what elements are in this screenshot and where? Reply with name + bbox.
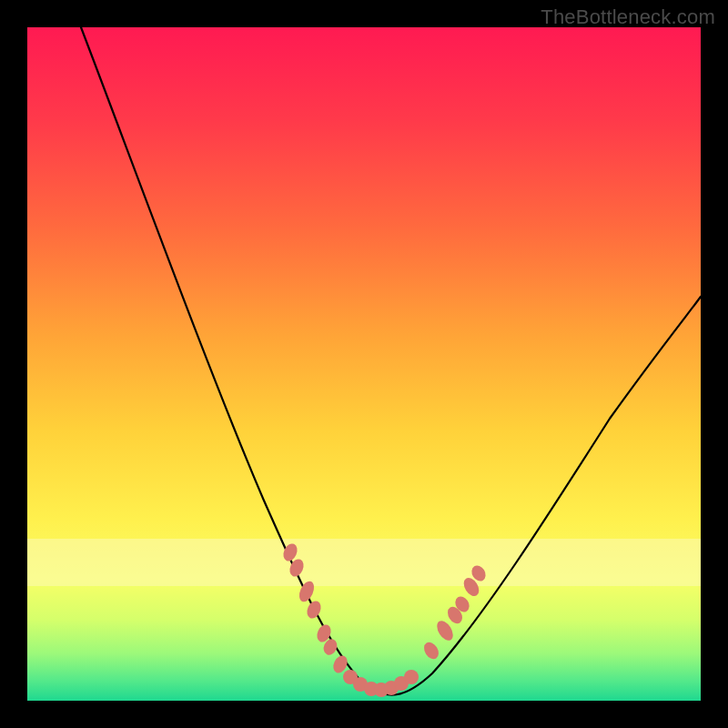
svg-point-13	[404, 670, 419, 684]
bottleneck-curve	[81, 27, 701, 695]
svg-point-3	[305, 599, 324, 621]
svg-point-2	[297, 579, 318, 604]
curve-layer	[27, 27, 701, 701]
plot-area	[27, 27, 701, 701]
bead-group-bottom	[343, 670, 419, 697]
svg-point-14	[421, 640, 441, 662]
watermark-text: TheBottleneck.com	[541, 5, 715, 29]
chart-frame: TheBottleneck.com	[0, 0, 728, 728]
